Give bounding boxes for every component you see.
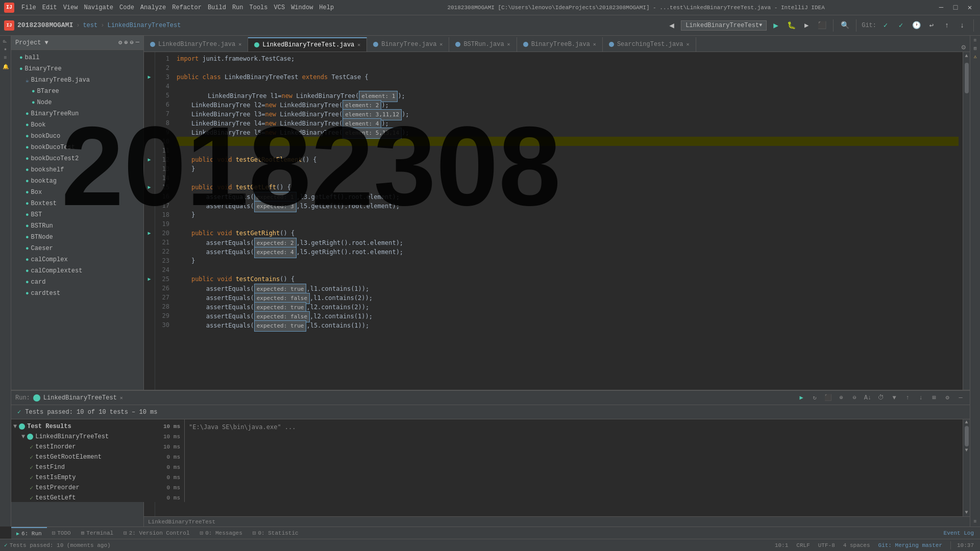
bottom-scroll-down[interactable]: ▼	[963, 447, 970, 453]
test-case-inorder[interactable]: ✓ testInorder 10 ms	[11, 442, 184, 452]
git-checkmark1[interactable]: ✓	[879, 19, 892, 32]
tab-close-linkedbinarytreetest[interactable]: ✕	[357, 42, 360, 48]
tab-linkedbinarytree[interactable]: LinkedBinaryTree.java ✕	[144, 37, 248, 52]
tree-item-card[interactable]: ● card	[11, 277, 143, 288]
run-config-selector[interactable]: LinkedBinaryTreeTest ▼	[681, 20, 767, 31]
scroll-thumb[interactable]	[965, 63, 969, 93]
tree-item-boxtest[interactable]: ● Boxtest	[11, 198, 143, 209]
menu-vcs[interactable]: VCS	[271, 4, 288, 11]
gutter-run-method4[interactable]: ▶	[144, 274, 155, 284]
right-sidebar-icon-bottom[interactable]: ≡	[973, 519, 976, 524]
menu-view[interactable]: View	[60, 4, 81, 11]
menu-edit[interactable]: Edit	[39, 4, 60, 11]
stop-run-button[interactable]: ⬛	[823, 393, 833, 403]
import-button[interactable]: ⊞	[929, 393, 939, 403]
menu-file[interactable]: File	[18, 4, 39, 11]
sidebar-icon-favorites[interactable]: ★	[4, 46, 7, 52]
test-case-getrootelem[interactable]: ✓ testGetRootElement 0 ms	[11, 452, 184, 462]
tree-item-caeser[interactable]: ● Caeser	[11, 243, 143, 254]
tree-item-bookduco[interactable]: ● bookDuco	[11, 131, 143, 142]
test-case-find[interactable]: ✓ testFind 0 ms	[11, 462, 184, 472]
debug-button[interactable]: 🐛	[785, 19, 797, 32]
run-tab-messages[interactable]: ⊡ 0: Messages	[195, 527, 248, 539]
sidebar-icon-project[interactable]: P	[3, 40, 8, 43]
test-suite-item[interactable]: ▼ LinkedBinaryTreeTest 10 ms	[11, 432, 184, 442]
sidebar-icon-structure[interactable]: ≡	[4, 55, 7, 61]
run-tab-terminal[interactable]: ⊞ Terminal	[76, 527, 118, 539]
git-clock[interactable]: 🕐	[910, 19, 922, 32]
run-config-name[interactable]: LinkedBinaryTreeTest	[43, 394, 117, 402]
tab-searchingtest[interactable]: SearchingTest.java ✕	[603, 37, 696, 52]
status-line-ending[interactable]: CRLF	[792, 542, 814, 548]
minimize-button[interactable]: ─	[935, 2, 947, 14]
event-log-link[interactable]: Event Log	[938, 530, 980, 536]
status-git-branch[interactable]: Git: Merging master	[874, 542, 946, 548]
git-push[interactable]: ↑	[941, 19, 953, 32]
run-tab-todo[interactable]: ⊡ TODO	[47, 527, 76, 539]
show-passed-button[interactable]: ↑	[902, 393, 913, 403]
git-checkmark2[interactable]: ✓	[895, 19, 907, 32]
scroll-down-icon[interactable]: ▼	[965, 510, 968, 515]
stop-button[interactable]: ⬛	[816, 19, 828, 32]
menu-tools[interactable]: Tools	[247, 4, 271, 11]
tree-item-bookducotest[interactable]: ● bookDucoTest	[11, 142, 143, 153]
right-sidebar-icon2[interactable]: ⊞	[973, 45, 976, 52]
tab-binarytreeb[interactable]: BinaryTreeB.java ✕	[517, 37, 603, 52]
sort-duration-button[interactable]: ⏱	[876, 393, 886, 403]
tree-item-binarytree[interactable]: ● BinaryTree	[11, 63, 143, 74]
close-button[interactable]: ✕	[964, 2, 976, 14]
menu-run[interactable]: Run	[229, 4, 247, 11]
right-sidebar-icon3[interactable]: ⚠	[973, 54, 976, 60]
bottom-scrollbar[interactable]: ▲ ▼	[963, 419, 970, 502]
maximize-button[interactable]: □	[949, 2, 962, 14]
tab-close-bstrun[interactable]: ✕	[507, 41, 510, 47]
menu-navigate[interactable]: Navigate	[81, 4, 116, 11]
status-position[interactable]: 10:1	[771, 542, 792, 548]
tree-item-box[interactable]: ● Box	[11, 187, 143, 198]
git-undo[interactable]: ↩	[925, 19, 938, 32]
gutter-run-class[interactable]: ▶	[144, 72, 155, 82]
menu-code[interactable]: Code	[116, 4, 137, 11]
project-collapse-icon[interactable]: ⊖	[130, 39, 134, 46]
tree-item-calcomplex[interactable]: ● calComplex	[11, 254, 143, 265]
run-tab-vcs[interactable]: ⊡ 2: Version Control	[118, 527, 194, 539]
gutter-run-method3[interactable]: ▶	[144, 229, 155, 238]
run-tab-statistic[interactable]: ⊡ 0: Statistic	[248, 527, 304, 539]
show-failed-button[interactable]: ↓	[916, 393, 926, 403]
tab-binarytree[interactable]: BinaryTree.java ✕	[367, 37, 449, 52]
filter-button[interactable]: ▼	[889, 393, 899, 403]
menu-build[interactable]: Build	[205, 4, 229, 11]
git-pull[interactable]: ↓	[956, 19, 968, 32]
settings-run-button[interactable]: ⚙	[942, 393, 952, 403]
status-encoding[interactable]: UTF-8	[814, 542, 839, 548]
project-close-icon[interactable]: —	[136, 39, 139, 46]
tab-close-binarytreeb[interactable]: ✕	[593, 41, 596, 47]
close-run-button[interactable]: —	[955, 393, 966, 403]
project-gear-icon[interactable]: ⚙	[118, 39, 122, 46]
tree-item-ball[interactable]: ● ball	[11, 52, 143, 63]
gutter-run-method1[interactable]: ▶	[144, 155, 155, 164]
tab-close-linkedbinarytree[interactable]: ✕	[238, 41, 241, 47]
tree-item-cardtest[interactable]: ● cardtest	[11, 288, 143, 299]
search-everywhere-button[interactable]: 🔍	[839, 19, 851, 32]
rerun-failed-button[interactable]: ↻	[810, 393, 820, 403]
sort-alpha-button[interactable]: A↓	[863, 393, 873, 403]
tree-item-book[interactable]: ● Book	[11, 119, 143, 131]
gutter-run-method2[interactable]: ▶	[144, 183, 155, 192]
sidebar-icon-notifications[interactable]: 🔔	[3, 64, 9, 70]
status-indent[interactable]: 4 spaces	[839, 542, 874, 548]
tree-item-bookducotest2[interactable]: ● bookDucoTest2	[11, 153, 143, 164]
test-case-isempty[interactable]: ✓ testIsEmpty 0 ms	[11, 472, 184, 483]
test-case-getleft[interactable]: ✓ testGetLeft 0 ms	[11, 493, 184, 502]
bottom-scroll-up[interactable]: ▲	[963, 419, 970, 425]
tab-bstrun[interactable]: BSTRun.java ✕	[449, 37, 517, 52]
run-tab-run[interactable]: ▶ 6: Run	[11, 527, 47, 539]
test-result-root[interactable]: ▼ Test Results 10 ms	[11, 421, 184, 432]
tab-close-binarytree[interactable]: ✕	[439, 41, 443, 47]
test-case-preorder[interactable]: ✓ testPreorder 0 ms	[11, 483, 184, 493]
menu-refactor[interactable]: Refactor	[169, 4, 205, 11]
tree-item-bookshelf[interactable]: ● bookshelf	[11, 164, 143, 176]
run-button[interactable]: ▶	[770, 19, 782, 32]
collapse-button[interactable]: ⊖	[849, 393, 860, 403]
tree-item-btaree[interactable]: ● BTaree	[11, 86, 143, 97]
